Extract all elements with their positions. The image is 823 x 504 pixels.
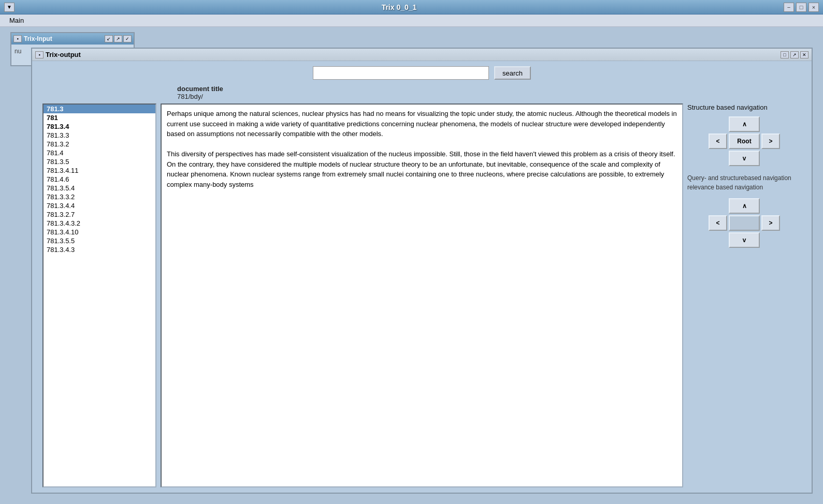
relevance-nav-label: relevance based navigation bbox=[687, 184, 801, 191]
trix-output-body: search document title 781/bdy/ 781.37817… bbox=[32, 61, 812, 493]
main-content: ▪ Trix-Input ↙ ↗ ✓ nu ▪ Trix-output □ ↗ … bbox=[0, 27, 823, 504]
relevance-nav-center-btn[interactable] bbox=[729, 215, 760, 231]
trix-output-window-icon: ▪ bbox=[35, 51, 44, 58]
trix-input-check-btn[interactable]: ✓ bbox=[123, 35, 132, 42]
trix-output-max-btn[interactable]: ↗ bbox=[790, 51, 799, 58]
text-panel[interactable]: Perhaps unique among the natural science… bbox=[161, 103, 683, 487]
list-item[interactable]: 781.3.4.11 bbox=[44, 166, 155, 175]
maximize-btn[interactable]: □ bbox=[796, 3, 806, 12]
search-input[interactable] bbox=[313, 66, 489, 80]
menu-item-main[interactable]: Main bbox=[4, 16, 29, 25]
relevance-nav-grid: ∧ < > v bbox=[709, 198, 780, 248]
structure-nav-label: Structure based navigation bbox=[687, 103, 801, 111]
trix-output-min-btn[interactable]: □ bbox=[781, 51, 789, 58]
menu-bar: Main bbox=[0, 14, 823, 27]
structure-nav-root-btn[interactable]: Root bbox=[729, 134, 760, 149]
relevance-nav-right-btn[interactable]: > bbox=[761, 215, 780, 231]
structure-nav-grid: ∧ < Root > v bbox=[709, 116, 780, 166]
list-item[interactable]: 781.3.4 bbox=[44, 122, 155, 131]
trix-output-window: ▪ Trix-output □ ↗ ✕ search document titl… bbox=[31, 48, 813, 494]
relevance-nav-down-btn[interactable]: v bbox=[729, 232, 760, 248]
trix-output-close-btn[interactable]: ✕ bbox=[800, 51, 808, 58]
list-item[interactable]: 781.3.5.4 bbox=[44, 184, 155, 192]
list-item[interactable]: 781 bbox=[44, 113, 155, 122]
list-item[interactable]: 781.3.3.2 bbox=[44, 192, 155, 201]
structure-nav-left-btn[interactable]: < bbox=[709, 134, 727, 149]
structure-nav-up-btn[interactable]: ∧ bbox=[729, 116, 760, 132]
trix-input-window-icon: ▪ bbox=[13, 35, 22, 42]
trix-output-titlebar: ▪ Trix-output □ ↗ ✕ bbox=[32, 49, 812, 61]
structure-nav-right-btn[interactable]: > bbox=[761, 134, 780, 149]
trix-input-title: Trix-Input bbox=[24, 35, 52, 42]
list-item[interactable]: 781.4 bbox=[44, 149, 155, 157]
close-btn[interactable]: × bbox=[808, 3, 819, 12]
relevance-nav-up-btn[interactable]: ∧ bbox=[729, 198, 760, 214]
list-item[interactable]: 781.3.5 bbox=[44, 157, 155, 166]
navigation-panel: Structure based navigation ∧ < Root > v … bbox=[687, 103, 801, 487]
list-item[interactable]: 781.3.4.3.2 bbox=[44, 219, 155, 228]
title-bar: ▼ Trix 0_0_1 − □ × bbox=[0, 0, 823, 14]
structure-nav-down-btn[interactable]: v bbox=[729, 151, 760, 166]
text-paragraph-1: Perhaps unique among the natural science… bbox=[167, 109, 677, 139]
list-item[interactable]: 781.4.6 bbox=[44, 175, 155, 184]
title-bar-menu-btn[interactable]: ▼ bbox=[4, 3, 15, 12]
trix-input-shrink-btn[interactable]: ↙ bbox=[105, 35, 113, 42]
list-item[interactable]: 781.3.4.10 bbox=[44, 228, 155, 236]
list-item[interactable]: 781.3.4.4 bbox=[44, 201, 155, 210]
text-paragraph-2: This diversity of perspectives has made … bbox=[167, 149, 677, 189]
document-info: document title 781/bdy/ bbox=[42, 85, 801, 100]
list-item[interactable]: 781.3.4.3 bbox=[44, 245, 155, 254]
search-button[interactable]: search bbox=[494, 66, 531, 80]
list-item[interactable]: 781.3.5.5 bbox=[44, 236, 155, 245]
relevance-nav-left-btn[interactable]: < bbox=[709, 215, 727, 231]
app-title: Trix 0_0_1 bbox=[15, 3, 784, 11]
list-item[interactable]: 781.3.2 bbox=[44, 140, 155, 149]
trix-output-title: Trix-output bbox=[46, 51, 81, 58]
search-area: search bbox=[42, 66, 801, 80]
list-item[interactable]: 781.3.2.7 bbox=[44, 210, 155, 219]
list-item[interactable]: 781.3.3 bbox=[44, 131, 155, 140]
document-path: 781/bdy/ bbox=[177, 93, 801, 100]
trix-input-titlebar: ▪ Trix-Input ↙ ↗ ✓ bbox=[11, 33, 134, 45]
minimize-btn[interactable]: − bbox=[784, 3, 794, 12]
split-area: 781.3781781.3.4781.3.3781.3.2781.4781.3.… bbox=[42, 103, 801, 487]
list-item[interactable]: 781.3 bbox=[44, 105, 155, 113]
document-title-label: document title bbox=[177, 85, 801, 93]
query-nav-label: Query- and structurebased navigation bbox=[687, 174, 801, 182]
list-panel[interactable]: 781.3781781.3.4781.3.3781.3.2781.4781.3.… bbox=[42, 103, 156, 487]
trix-input-expand-btn[interactable]: ↗ bbox=[114, 35, 122, 42]
